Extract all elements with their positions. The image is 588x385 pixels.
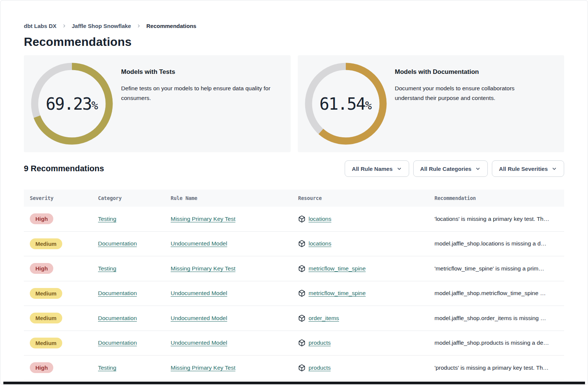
bottom-cutoff-bar (3, 382, 585, 384)
model-cube-icon (298, 265, 306, 272)
rule-name-cell: Undocumented Model (165, 339, 292, 346)
rule-name-link[interactable]: Missing Primary Key Test (171, 216, 235, 222)
chevron-down-icon (475, 166, 481, 172)
breadcrumb: dbt Labs DX Jaffle Shop Snowflake Recomm… (24, 0, 564, 29)
models-with-tests-card: 69.23% Models with Tests Define tests on… (24, 55, 291, 152)
recommendation-text: 'locations' is missing a primary key tes… (434, 216, 549, 222)
recommendation-cell: 'metricflow_time_spine' is missing a pri… (429, 265, 564, 272)
rule-name-cell: Missing Primary Key Test (165, 216, 292, 222)
rule-name-link[interactable]: Undocumented Model (171, 290, 227, 297)
column-header-severity: Severity (24, 195, 92, 201)
recommendation-text: model.jaffle_shop.metricflow_time_spine … (434, 290, 546, 297)
column-header-category: Category (92, 195, 165, 201)
chevron-right-icon (62, 24, 67, 28)
severity-cell: High (24, 362, 92, 373)
recommendation-cell: model.jaffle_shop.products is missing a … (429, 339, 564, 346)
model-cube-icon (298, 364, 306, 372)
rule-categories-filter-dropdown[interactable]: All Rule Categories (413, 160, 488, 177)
resource-cell: order_items (292, 314, 429, 322)
severity-cell: Medium (24, 338, 92, 348)
recommendations-count: 9 Recommendations (24, 164, 104, 173)
recommendation-cell: model.jaffle_shop.metricflow_time_spine … (429, 290, 564, 297)
recommendation-text: model.jaffle_shop.order_items is missing… (434, 315, 546, 322)
resource-link[interactable]: locations (309, 240, 331, 247)
resource-link[interactable]: metricflow_time_spine (309, 265, 366, 272)
chevron-down-icon (396, 166, 402, 172)
table-row: Medium Documentation Undocumented Model … (24, 331, 564, 356)
model-cube-icon (298, 289, 306, 297)
model-cube-icon (298, 215, 306, 223)
category-cell: Documentation (92, 240, 165, 247)
recommendation-text: model.jaffle_shop.products is missing a … (434, 339, 549, 346)
tests-percentage: 69.23% (31, 63, 113, 145)
severity-badge: Medium (30, 313, 62, 323)
category-link[interactable]: Documentation (98, 315, 137, 322)
filter-label: All Rule Names (352, 166, 392, 172)
severity-cell: High (24, 263, 92, 274)
models-with-documentation-card: 61.54% Models with Documentation Documen… (298, 55, 565, 152)
documentation-percentage: 61.54% (305, 63, 387, 145)
recommendation-cell: model.jaffle_shop.locations is missing a… (429, 240, 564, 247)
severity-cell: Medium (24, 238, 92, 249)
resource-link[interactable]: metricflow_time_spine (309, 290, 366, 297)
category-cell: Testing (92, 265, 165, 272)
category-link[interactable]: Documentation (98, 339, 137, 346)
filter-label: All Rule Categories (420, 166, 472, 172)
card-title: Models with Documentation (395, 68, 534, 76)
model-cube-icon (298, 240, 306, 247)
severity-badge: Medium (30, 338, 62, 348)
recommendation-cell: 'products' is missing a primary key test… (429, 364, 564, 371)
resource-link[interactable]: locations (309, 216, 331, 222)
rule-name-link[interactable]: Missing Primary Key Test (171, 265, 235, 272)
severity-cell: Medium (24, 313, 92, 323)
severity-badge: High (30, 362, 53, 373)
resource-cell: locations (292, 240, 429, 247)
column-header-recommendation: Recommendation (429, 195, 564, 201)
table-row: Medium Documentation Undocumented Model … (24, 281, 564, 306)
resource-link[interactable]: order_items (309, 315, 339, 322)
resource-cell: metricflow_time_spine (292, 265, 429, 272)
chevron-right-icon (136, 24, 141, 28)
category-link[interactable]: Documentation (98, 240, 137, 247)
rule-names-filter-dropdown[interactable]: All Rule Names (345, 160, 409, 177)
resource-cell: locations (292, 215, 429, 223)
tests-donut-chart: 69.23% (31, 63, 113, 145)
category-link[interactable]: Testing (98, 216, 116, 222)
category-link[interactable]: Testing (98, 265, 116, 272)
card-title: Models with Tests (121, 68, 283, 76)
category-cell: Testing (92, 216, 165, 222)
rule-name-link[interactable]: Missing Primary Key Test (171, 364, 235, 371)
rule-name-link[interactable]: Undocumented Model (171, 315, 227, 322)
rule-name-cell: Undocumented Model (165, 290, 292, 297)
category-cell: Documentation (92, 290, 165, 297)
card-description: Document your models to ensure collabora… (395, 84, 534, 103)
table-body: High Testing Missing Primary Key Test lo… (24, 207, 564, 381)
rule-name-cell: Undocumented Model (165, 240, 292, 247)
card-description: Define tests on your models to help ensu… (121, 84, 283, 103)
rule-name-cell: Undocumented Model (165, 315, 292, 322)
rule-name-link[interactable]: Undocumented Model (171, 240, 227, 247)
severity-cell: High (24, 213, 92, 224)
resource-cell: products (292, 339, 429, 347)
severity-cell: Medium (24, 288, 92, 299)
breadcrumb-account-link[interactable]: dbt Labs DX (24, 23, 57, 29)
table-row: High Testing Missing Primary Key Test pr… (24, 356, 564, 381)
recommendations-page: dbt Labs DX Jaffle Shop Snowflake Recomm… (0, 0, 588, 385)
table-row: Medium Documentation Undocumented Model … (24, 306, 564, 331)
table-header-row: Severity Category Rule Name Resource Rec… (24, 190, 564, 207)
severity-badge: High (30, 213, 53, 224)
resource-cell: products (292, 364, 429, 372)
resource-link[interactable]: products (309, 364, 331, 371)
rule-name-link[interactable]: Undocumented Model (171, 339, 227, 346)
resource-link[interactable]: products (309, 339, 331, 346)
category-link[interactable]: Documentation (98, 290, 137, 297)
chevron-down-icon (551, 166, 557, 172)
breadcrumb-project-link[interactable]: Jaffle Shop Snowflake (72, 23, 131, 29)
recommendation-text: 'products' is missing a primary key test… (434, 364, 549, 371)
category-link[interactable]: Testing (98, 364, 116, 371)
rule-name-cell: Missing Primary Key Test (165, 265, 292, 272)
rule-severities-filter-dropdown[interactable]: All Rule Severities (492, 160, 564, 177)
breadcrumb-current: Recommendations (146, 23, 196, 29)
recommendation-cell: 'locations' is missing a primary key tes… (429, 216, 564, 222)
filters: All Rule Names All Rule Categories All R… (345, 160, 564, 177)
